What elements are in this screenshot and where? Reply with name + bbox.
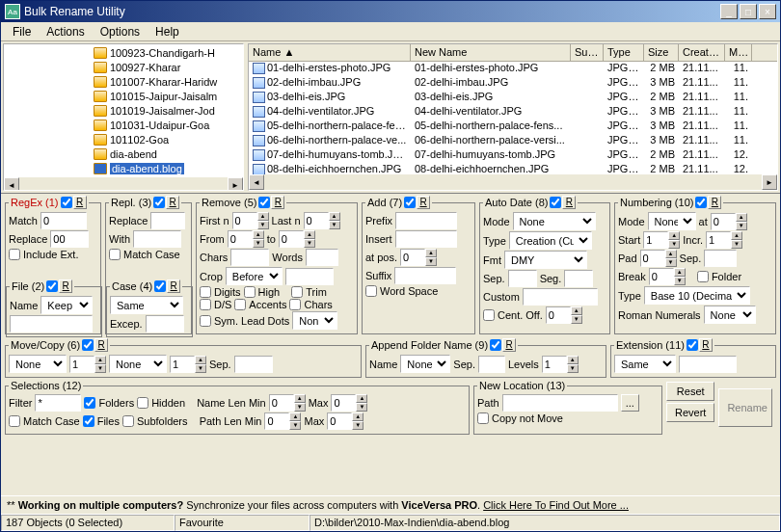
case-reset[interactable]: R	[167, 279, 180, 293]
column-header-created[interactable]: Created	[679, 44, 725, 61]
autodate-off[interactable]	[546, 306, 571, 324]
numbering-sep[interactable]	[704, 250, 737, 267]
column-header-size[interactable]: Size	[644, 44, 679, 61]
regex-match-input[interactable]	[40, 212, 87, 229]
numbering-folder[interactable]	[697, 271, 709, 282]
selections-folders[interactable]	[84, 397, 95, 409]
repl-replace-input[interactable]	[150, 212, 185, 229]
add-wordspace[interactable]	[365, 285, 377, 297]
tree-item[interactable]: 101015-Jaipur-Jaisalm	[5, 89, 242, 103]
selections-pathlenmax[interactable]	[327, 412, 352, 430]
add-reset[interactable]: R	[417, 196, 430, 209]
regex-include-ext[interactable]	[9, 249, 20, 260]
remove-ds[interactable]	[200, 299, 211, 310]
selections-files[interactable]	[83, 415, 94, 427]
tree-scroll-left[interactable]: ◄	[4, 177, 19, 191]
tree-item[interactable]: 101031-Udaipur-Goa	[5, 118, 242, 132]
numbering-start[interactable]	[643, 231, 668, 249]
close-button[interactable]: ×	[759, 4, 776, 19]
autodate-seg[interactable]	[564, 270, 593, 287]
ad-link[interactable]: Click Here To Find Out More ...	[483, 499, 629, 511]
regex-reset[interactable]: R	[73, 196, 87, 209]
list-scroll-right[interactable]: ►	[762, 174, 777, 190]
remove-reset[interactable]: R	[271, 196, 284, 209]
selections-filter[interactable]	[35, 394, 81, 412]
extension-reset[interactable]: R	[699, 338, 713, 352]
movecopy-sep[interactable]	[234, 356, 273, 373]
remove-words[interactable]	[306, 249, 338, 266]
remove-crop-text[interactable]	[285, 268, 334, 285]
minimize-button[interactable]: _	[720, 4, 738, 19]
numbering-at[interactable]	[711, 213, 736, 230]
selections-subfolders[interactable]	[122, 415, 134, 427]
menu-options[interactable]: Options	[93, 23, 148, 40]
folder-tree[interactable]: 100923-Chandigarh-H100927-Kharar101007-K…	[3, 43, 244, 191]
newlocation-browse[interactable]: ...	[621, 394, 639, 412]
repl-match-case[interactable]	[109, 249, 121, 260]
extension-select[interactable]: Same	[614, 355, 676, 373]
remove-to[interactable]	[279, 230, 304, 248]
movecopy-sel1[interactable]: None	[9, 355, 67, 373]
appendfolder-name[interactable]: None	[400, 355, 450, 373]
column-header-sub[interactable]: Sub...	[571, 44, 604, 61]
numbering-reset[interactable]: R	[708, 196, 721, 209]
selections-namelenmax[interactable]	[331, 394, 356, 412]
table-row[interactable]: 01-delhi-erstes-photo.JPG01-delhi-erstes…	[249, 62, 777, 76]
remove-chars2[interactable]	[289, 299, 301, 310]
remove-from[interactable]	[228, 230, 253, 248]
reset-button[interactable]: Reset	[666, 382, 714, 401]
remove-crop[interactable]: Before	[226, 267, 283, 285]
repl-enable[interactable]	[153, 197, 165, 208]
tree-scroll-right[interactable]: ►	[228, 177, 243, 191]
add-atpos[interactable]	[400, 249, 425, 266]
newlocation-copynotmove[interactable]	[477, 412, 489, 424]
autodate-cent[interactable]	[483, 309, 495, 321]
movecopy-n2[interactable]	[170, 356, 195, 373]
tree-item[interactable]: 101007-Kharar-Haridw	[5, 74, 242, 89]
table-row[interactable]: 07-delhi-humuyans-tomb.JPG07-delhi-humuy…	[249, 148, 777, 163]
file-name-text[interactable]	[10, 315, 93, 332]
numbering-enable[interactable]	[695, 197, 707, 208]
repl-with-input[interactable]	[133, 230, 181, 248]
case-enable[interactable]	[154, 280, 166, 292]
table-row[interactable]: 05-delhi-northern-palace-fes...05-delhi-…	[249, 120, 777, 134]
selections-hidden[interactable]	[137, 397, 148, 409]
table-row[interactable]: 04-delhi-ventilator.JPG04-delhi-ventilat…	[249, 105, 777, 120]
selections-matchcase[interactable]	[9, 415, 20, 427]
menu-actions[interactable]: Actions	[39, 23, 92, 40]
numbering-break[interactable]	[649, 268, 674, 285]
table-row[interactable]: 02-delhi-imbau.JPG02-delhi-imbau.JPGJPG …	[249, 76, 777, 91]
remove-chars[interactable]	[230, 249, 269, 266]
remove-trim[interactable]	[291, 286, 303, 298]
regex-replace-input[interactable]	[50, 230, 89, 248]
case-excep[interactable]	[146, 315, 184, 332]
column-header-mo[interactable]: Mo...	[725, 44, 752, 61]
file-list[interactable]: Name ▲New NameSub...TypeSizeCreatedMo...…	[248, 43, 778, 191]
numbering-type[interactable]: Base 10 (Decimal)	[644, 286, 750, 305]
add-enable[interactable]	[404, 197, 416, 208]
tree-item[interactable]: 101102-Goa	[5, 132, 242, 146]
appendfolder-enable[interactable]	[490, 339, 501, 351]
revert-button[interactable]: Revert	[666, 403, 714, 422]
case-select[interactable]: Same	[110, 296, 183, 314]
extension-text[interactable]	[679, 356, 737, 373]
autodate-mode[interactable]: None	[513, 212, 596, 230]
autodate-sep[interactable]	[508, 270, 537, 287]
autodate-fmt[interactable]: DMY	[504, 251, 587, 269]
tree-item[interactable]: dia-abend.blog	[5, 161, 242, 175]
newlocation-path[interactable]	[502, 394, 618, 412]
add-insert[interactable]	[395, 230, 457, 248]
autodate-enable[interactable]	[550, 197, 561, 208]
remove-leaddots[interactable]: Non	[292, 311, 337, 330]
regex-enable[interactable]	[61, 197, 72, 208]
rename-button[interactable]: Rename	[718, 388, 772, 427]
tree-scroll-track[interactable]	[19, 177, 228, 191]
remove-accents[interactable]	[234, 299, 246, 310]
numbering-roman[interactable]: None	[704, 306, 756, 324]
movecopy-enable[interactable]	[82, 339, 94, 351]
file-enable[interactable]	[46, 280, 58, 292]
menu-help[interactable]: Help	[148, 23, 187, 40]
movecopy-sel2[interactable]: None	[109, 355, 167, 373]
movecopy-n1[interactable]	[69, 356, 94, 373]
numbering-pad[interactable]	[640, 250, 665, 267]
